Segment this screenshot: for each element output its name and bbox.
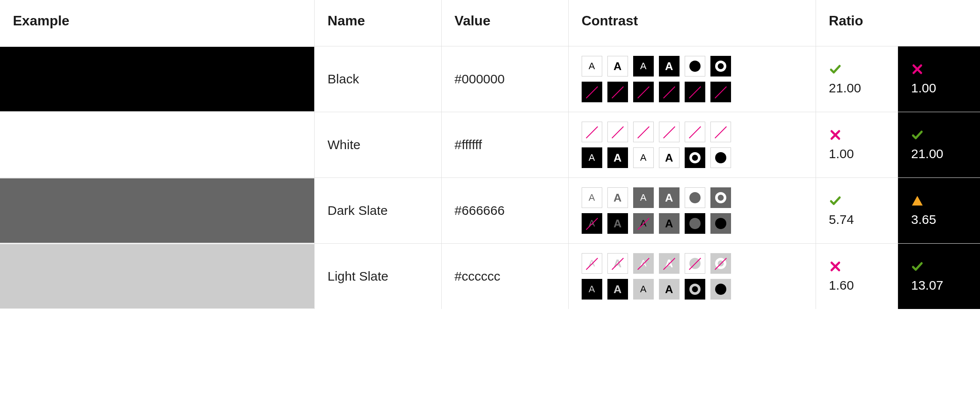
table-row: White#ffffffAAAA1.0021.00: [0, 112, 980, 178]
contrast-swatch: [685, 187, 705, 208]
contrast-swatch: [582, 122, 602, 142]
ratio-dark: 21.00: [898, 119, 980, 171]
contrast-swatch: A: [659, 279, 680, 300]
contrast-swatch: A: [633, 187, 654, 208]
contrast-swatch: [659, 82, 680, 102]
contrast-swatch: A: [659, 253, 680, 274]
color-swatch: [0, 178, 314, 243]
ratio-light: 21.00: [816, 53, 898, 105]
ratio-dark-value: 21.00: [911, 147, 943, 161]
fail-slash-icon: [586, 86, 598, 98]
color-name: Light Slate: [315, 257, 441, 296]
fail-slash-icon: [586, 126, 598, 138]
contrast-swatch: A: [659, 56, 680, 76]
contrast-swatch: [710, 213, 731, 234]
contrast-swatch: [710, 122, 731, 142]
header-contrast: Contrast: [568, 0, 816, 46]
contrast-swatch: [633, 122, 654, 142]
color-name: Black: [315, 60, 441, 98]
contrast-grid: AAAA: [569, 112, 816, 177]
color-swatch: [0, 244, 314, 309]
check-icon: [829, 194, 842, 207]
color-swatch: [0, 113, 314, 177]
fail-slash-icon: [637, 86, 649, 98]
ratio-dark-value: 1.00: [911, 81, 936, 95]
header-ratio: Ratio: [816, 0, 980, 46]
contrast-swatch: [685, 213, 705, 234]
contrast-swatch: A: [607, 187, 628, 208]
table-row: Light Slate#ccccccAAAAAAAA1.6013.07: [0, 244, 980, 309]
contrast-swatch: [659, 122, 680, 142]
fail-slash-icon: [611, 86, 623, 98]
table-row: Dark Slate#666666AAAAAAAA5.743.65: [0, 178, 980, 244]
contrast-swatch: A: [607, 147, 628, 168]
contrast-swatch: [710, 82, 731, 102]
contrast-swatch: A: [582, 213, 602, 234]
contrast-swatch: [633, 82, 654, 102]
contrast-swatch: [685, 82, 705, 102]
contrast-swatch: A: [607, 213, 628, 234]
ratio-light: 5.74: [816, 185, 898, 236]
ratio-light-value: 5.74: [829, 212, 854, 227]
contrast-swatch: A: [582, 147, 602, 168]
cross-icon: [911, 63, 924, 76]
ratio-light: 1.00: [816, 119, 898, 171]
contrast-swatch: A: [607, 253, 628, 274]
contrast-swatch: A: [582, 56, 602, 76]
contrast-swatch: [582, 82, 602, 102]
contrast-swatch: [607, 122, 628, 142]
check-icon: [829, 63, 842, 76]
ratio-light-value: 1.00: [829, 147, 854, 161]
contrast-swatch: [685, 279, 705, 300]
contrast-swatch: [685, 253, 705, 274]
contrast-swatch: A: [582, 279, 602, 300]
contrast-swatch: [710, 187, 731, 208]
color-value: #cccccc: [442, 257, 568, 296]
contrast-swatch: [685, 147, 705, 168]
header-name: Name: [315, 0, 442, 46]
contrast-swatch: [710, 279, 731, 300]
fail-slash-icon: [689, 126, 701, 138]
fail-slash-icon: [714, 126, 726, 138]
color-value: #666666: [442, 191, 568, 230]
contrast-swatch: [685, 56, 705, 76]
contrast-swatch: A: [633, 147, 654, 168]
contrast-swatch: A: [582, 187, 602, 208]
ratio-dark: 13.07: [898, 251, 980, 302]
fail-slash-icon: [637, 126, 649, 138]
contrast-swatch: A: [659, 187, 680, 208]
contrast-grid: AAAA: [569, 46, 816, 112]
contrast-swatch: [685, 122, 705, 142]
ratio-light-value: 21.00: [829, 81, 861, 95]
table-row: Black#000000AAAA21.001.00: [0, 46, 980, 112]
contrast-swatch: A: [659, 213, 680, 234]
fail-slash-icon: [714, 86, 726, 98]
contrast-swatch: [710, 56, 731, 76]
check-icon: [911, 128, 924, 141]
color-swatch: [0, 47, 314, 111]
contrast-swatch: A: [582, 253, 602, 274]
color-contrast-table: Example Name Value Contrast Ratio Black#…: [0, 0, 980, 309]
ratio-dark-value: 3.65: [911, 212, 936, 227]
color-name: White: [315, 125, 441, 164]
cross-icon: [829, 128, 842, 141]
ratio-dark: 3.65: [898, 185, 980, 236]
ratio-light-value: 1.60: [829, 278, 854, 293]
header-example: Example: [0, 0, 315, 46]
contrast-swatch: A: [607, 56, 628, 76]
contrast-swatch: A: [633, 56, 654, 76]
ratio-light: 1.60: [816, 251, 898, 302]
color-value: #000000: [442, 60, 568, 98]
fail-slash-icon: [663, 86, 675, 98]
contrast-swatch: A: [659, 147, 680, 168]
ratio-dark-value: 13.07: [911, 278, 943, 293]
contrast-swatch: A: [607, 279, 628, 300]
check-icon: [911, 260, 924, 273]
contrast-swatch: [607, 82, 628, 102]
color-value: #ffffff: [442, 125, 568, 164]
contrast-grid: AAAAAAAA: [569, 178, 816, 243]
ratio-dark: 1.00: [898, 53, 980, 105]
fail-slash-icon: [689, 86, 701, 98]
contrast-swatch: A: [633, 279, 654, 300]
contrast-swatch: [710, 253, 731, 274]
